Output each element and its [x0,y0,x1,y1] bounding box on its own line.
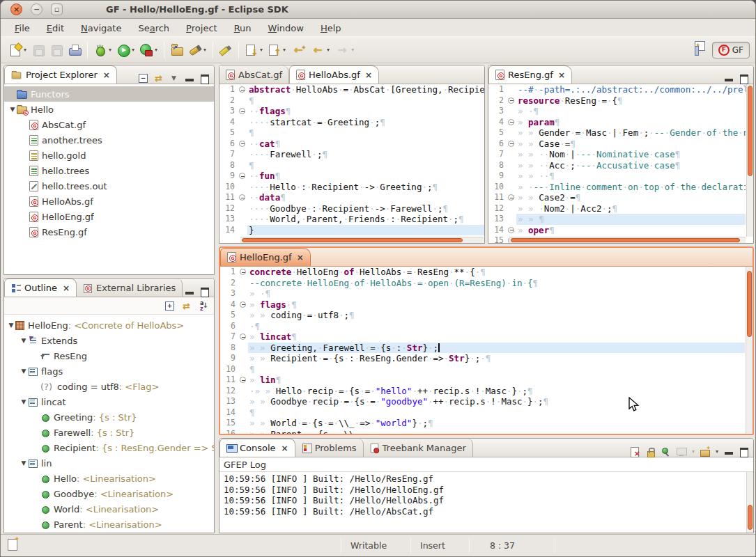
menu-window[interactable]: Window [260,21,312,36]
collapse-circle-icon[interactable] [239,194,245,201]
highlighter-button[interactable] [217,42,235,58]
expand-arrow-icon[interactable]: ▼ [7,322,15,329]
outline-item-Parent[interactable]: Parent : <Linearisation> [4,517,214,532]
fold-marker[interactable] [507,225,516,236]
dropdown-arrow-icon[interactable]: ▾ [109,47,111,53]
tab-treebank-manager[interactable]: Treebank Manager [364,439,473,457]
previous-annotation-button[interactable]: ▾ [265,42,288,58]
dropdown-arrow-icon[interactable]: ▾ [155,47,157,53]
maximize-icon[interactable] [739,73,749,84]
collapse-circle-icon[interactable] [508,119,514,125]
close-icon[interactable]: × [103,71,110,79]
expand-arrow-icon[interactable]: ▼ [20,337,28,344]
collapse-circle-icon[interactable] [508,194,514,201]
menu-file[interactable]: File [6,21,38,36]
fold-marker[interactable] [238,192,247,203]
fold-marker[interactable] [239,331,248,343]
scrollbar-thumb[interactable] [748,86,753,176]
tree-item-HelloEng.gf[interactable]: HelloEng.gf [4,209,214,224]
tab-project-explorer[interactable]: Project Explorer × [4,65,117,84]
menu-edit[interactable]: Edit [38,21,72,36]
dropdown-arrow-icon[interactable]: ▾ [283,47,286,53]
collapse-circle-icon[interactable] [239,108,245,114]
expand-arrow-icon[interactable]: ▼ [8,106,17,113]
view-menu-icon[interactable]: ▼ [169,73,179,84]
outline-item-Recipient[interactable]: Recipient : {s : ResEng.Gender => Str} [4,440,214,455]
back-button[interactable]: ←▾ [308,42,332,58]
collapse-circle-icon[interactable] [239,86,245,93]
menu-run[interactable]: Run [226,21,260,36]
minimize-icon[interactable] [184,73,194,84]
next-annotation-button[interactable]: ▾ [242,42,265,58]
pin-console-icon[interactable] [661,446,671,457]
collapse-circle-icon[interactable] [239,141,245,147]
tree-item-HelloAbs.gf[interactable]: HelloAbs.gf [4,194,214,209]
collapse-all-icon[interactable] [138,73,148,84]
expand-arrow-icon[interactable]: ▼ [20,460,28,466]
tab-helloeng-gf[interactable]: HelloEng.gf × [220,248,311,266]
outline-item-Extends[interactable]: ▼Extends [4,333,214,348]
tree-item-Hello[interactable]: ▼GHello [4,102,214,117]
gf-perspective-button[interactable]: GF [712,42,750,58]
last-edit-location-button[interactable]: ← [288,42,308,58]
fold-marker[interactable] [507,117,516,128]
trim-restore-icon[interactable] [8,539,17,551]
run-button[interactable]: ▾ [114,42,137,58]
close-icon[interactable]: × [63,284,70,292]
dropdown-arrow-icon[interactable]: ▾ [24,47,26,53]
tab-abscat-gf[interactable]: AbsCat.gf [219,65,289,84]
collapse-circle-icon[interactable] [240,334,246,340]
tree-item-ResEng.gf[interactable]: ResEng.gf [4,224,214,240]
outline-item-Hello[interactable]: Hello : <Linearisation> [4,471,214,486]
scrollbar-thumb[interactable] [747,271,752,337]
fold-marker[interactable] [238,171,247,182]
display-selected-console-icon[interactable] [676,446,686,457]
tree-item-hello.trees.out[interactable]: hello.trees.out [4,178,214,194]
outline-item-HelloEng[interactable]: ▼HelloEng : <Concrete of HelloAbs> [4,317,214,333]
expand-arrow-icon[interactable]: ▼ [20,368,28,375]
tree-item-another.trees[interactable]: another.trees [4,132,214,148]
console-output[interactable]: 10:59:56 [INFO ] Built: /Hello/ResEng.gf… [219,472,746,533]
dropdown-arrow-icon[interactable]: ▾ [351,47,354,53]
close-icon[interactable]: × [281,444,288,453]
dropdown-arrow-icon[interactable]: ▾ [132,47,134,53]
collapse-circle-icon[interactable] [240,377,246,383]
expand-all-icon[interactable] [164,301,175,311]
menu-search[interactable]: Search [130,21,178,36]
search-button[interactable]: ▾ [186,42,209,58]
tab-console[interactable]: Console × [219,439,295,457]
print-button[interactable] [65,42,84,58]
fold-marker[interactable] [238,84,247,95]
tree-item-hello.trees[interactable]: hello.trees [4,163,214,178]
menu-navigate[interactable]: Navigate [72,21,130,36]
fold-marker[interactable] [239,375,248,386]
fold-marker[interactable] [238,106,247,117]
tab-reseng-gf[interactable]: ResEng.gf × [488,65,572,84]
fold-marker[interactable] [238,139,247,150]
tree-item-Functors[interactable]: Functors [4,86,214,102]
tab-helloabs-gf[interactable]: HelloAbs.gf × [289,65,379,84]
outline-tree[interactable]: ▼HelloEng : <Concrete of HelloAbs>▼Exten… [4,315,214,533]
close-icon[interactable]: × [558,71,565,79]
scrollbar-thumb[interactable] [242,238,463,242]
menu-help[interactable]: Help [312,21,350,36]
collapse-circle-icon[interactable] [508,141,514,147]
debug-button[interactable]: ▾ [91,42,114,58]
maximize-icon[interactable] [739,446,749,457]
project-explorer-tree[interactable]: Functors▼GHelloAbsCat.gfanother.treeshel… [4,84,214,274]
window-maximize-button[interactable]: ▫ [51,3,63,15]
window-titlebar[interactable]: × − ▫ GF - Hello/HelloEng.gf - Eclipse S… [1,1,755,19]
outline-item-Farewell[interactable]: Farewell : {s : Str} [4,425,214,440]
maximize-icon[interactable] [199,286,210,297]
collapse-circle-icon[interactable] [239,173,245,179]
collapse-circle-icon[interactable] [508,227,514,233]
outline-item-lin[interactable]: ▼lin [4,455,214,471]
outline-item-flags[interactable]: ▼flags [4,363,214,379]
open-console-icon[interactable] [700,446,710,457]
fold-marker[interactable] [507,95,516,107]
link-with-editor-icon[interactable]: ⇄ [153,73,164,84]
open-perspective-icon[interactable] [694,44,707,56]
close-icon[interactable]: × [365,71,372,79]
tree-item-hello.gold[interactable]: hello.gold [4,148,214,163]
external-tools-button[interactable]: ▾ [137,42,160,58]
